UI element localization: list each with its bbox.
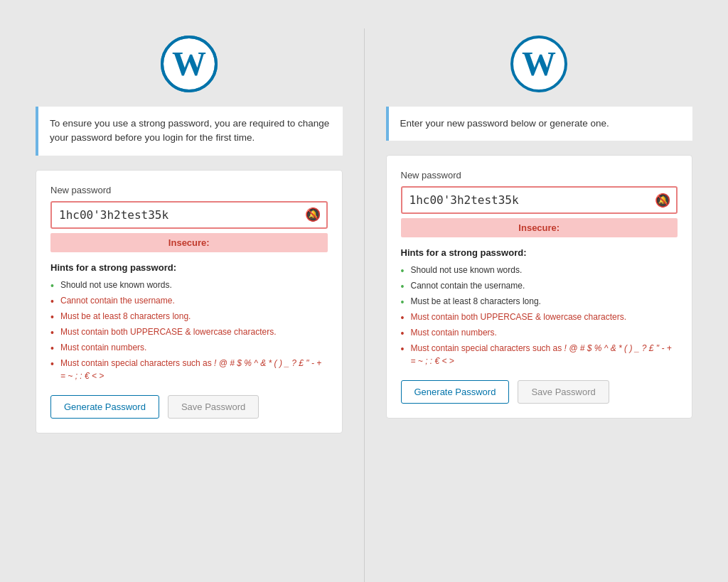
left-input-wrap: 🔕 <box>50 201 328 229</box>
right-insecure-badge: Insecure: <box>401 218 678 237</box>
right-hints-list: Should not use known words. Cannot conta… <box>401 264 678 367</box>
left-generate-button[interactable]: Generate Password <box>50 395 159 419</box>
right-info-box: Enter your new password below or generat… <box>386 107 693 141</box>
left-eye-icon[interactable]: 🔕 <box>305 207 321 222</box>
left-hints-list: Should not use known words. Cannot conta… <box>50 279 328 382</box>
left-hints-section: Hints for a strong password: Should not … <box>50 262 328 382</box>
right-input-wrap: 🔕 <box>401 186 678 214</box>
left-hints-title: Hints for a strong password: <box>50 262 328 273</box>
page-container: W To ensure you use a strong password, y… <box>14 14 714 582</box>
left-password-input[interactable] <box>50 201 328 229</box>
right-hint-6: Must contain special characters such as … <box>401 342 678 367</box>
right-password-card: New password 🔕 Insecure: Hints for a str… <box>386 155 693 419</box>
right-save-button: Save Password <box>518 380 609 404</box>
left-save-button: Save Password <box>168 395 259 419</box>
left-hint-3: Must be at least 8 characters long. <box>50 310 328 323</box>
left-info-text: To ensure you use a strong password, you… <box>50 118 329 143</box>
left-hint-2: Cannot contain the username. <box>50 294 328 307</box>
right-hint-5: Must contain numbers. <box>401 326 678 339</box>
svg-text:W: W <box>522 45 556 82</box>
right-hint-4: Must contain both UPPERCASE & lowercase … <box>401 311 678 323</box>
left-panel: W To ensure you use a strong password, y… <box>14 14 364 582</box>
left-hint-1: Should not use known words. <box>50 279 328 291</box>
left-buttons-row: Generate Password Save Password <box>50 395 328 419</box>
svg-text:W: W <box>172 45 206 82</box>
wp-logo-right: W <box>510 36 567 92</box>
right-hints-title: Hints for a strong password: <box>401 247 678 258</box>
right-hint-3: Must be at least 8 characters long. <box>401 295 678 308</box>
left-hint-5: Must contain numbers. <box>50 341 328 354</box>
left-info-box: To ensure you use a strong password, you… <box>36 107 343 156</box>
right-hint-1: Should not use known words. <box>401 264 678 276</box>
right-password-input[interactable] <box>401 186 678 214</box>
right-field-label: New password <box>401 170 678 180</box>
wp-logo-left: W <box>161 36 218 92</box>
right-generate-button[interactable]: Generate Password <box>401 380 510 404</box>
right-eye-icon[interactable]: 🔕 <box>655 193 670 208</box>
left-hint-6: Must contain special characters such as … <box>50 357 328 382</box>
right-buttons-row: Generate Password Save Password <box>401 380 678 404</box>
left-password-card: New password 🔕 Insecure: Hints for a str… <box>36 170 343 433</box>
left-insecure-badge: Insecure: <box>50 233 328 252</box>
right-info-text: Enter your new password below or generat… <box>400 118 609 129</box>
left-field-label: New password <box>50 185 328 195</box>
left-hint-4: Must contain both UPPERCASE & lowercase … <box>50 325 328 338</box>
right-panel: W Enter your new password below or gener… <box>365 14 714 582</box>
right-hints-section: Hints for a strong password: Should not … <box>401 247 678 367</box>
right-hint-2: Cannot contain the username. <box>401 279 678 292</box>
